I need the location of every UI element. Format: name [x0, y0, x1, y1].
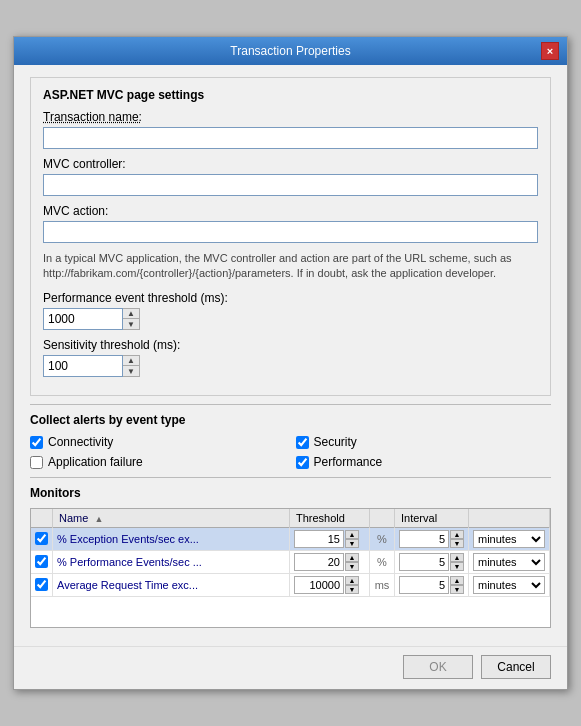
- row3-threshold-spinner: ▲ ▼: [345, 576, 359, 594]
- sensitivity-threshold-up[interactable]: ▲: [123, 356, 139, 366]
- row1-name: % Exception Events/sec ex...: [53, 528, 290, 551]
- row3-threshold-input[interactable]: [294, 576, 344, 594]
- row1-checkbox-cell: [31, 528, 53, 551]
- row3-threshold-up[interactable]: ▲: [345, 576, 359, 585]
- app-failure-checkbox[interactable]: [30, 456, 43, 469]
- row3-checkbox[interactable]: [35, 578, 48, 591]
- col-name[interactable]: Name ▲: [53, 509, 290, 528]
- row2-threshold-input[interactable]: [294, 553, 344, 571]
- row2-interval-cell: ▲ ▼: [395, 551, 469, 574]
- dialog-title: Transaction Properties: [40, 44, 541, 58]
- monitors-table-body: % Exception Events/sec ex... ▲ ▼: [31, 528, 550, 597]
- row2-checkbox[interactable]: [35, 555, 48, 568]
- alerts-section-header: Collect alerts by event type: [30, 413, 551, 427]
- sensitivity-threshold-input[interactable]: [43, 355, 123, 377]
- row2-threshold-down[interactable]: ▼: [345, 562, 359, 571]
- title-bar: Transaction Properties ×: [14, 37, 567, 65]
- perf-threshold-up[interactable]: ▲: [123, 309, 139, 319]
- col-interval-unit-header: [469, 509, 550, 528]
- mvc-controller-label: MVC controller:: [43, 157, 538, 171]
- row1-interval-cell: ▲ ▼: [395, 528, 469, 551]
- row2-threshold-spinner: ▲ ▼: [345, 553, 359, 571]
- col-threshold-label: Threshold: [296, 512, 345, 524]
- section-divider-1: [30, 404, 551, 405]
- monitors-section-header: Monitors: [30, 486, 551, 500]
- aspnet-section-header: ASP.NET MVC page settings: [43, 88, 538, 102]
- col-unit-header: [370, 509, 395, 528]
- row1-threshold-down[interactable]: ▼: [345, 539, 359, 548]
- performance-checkbox[interactable]: [296, 456, 309, 469]
- row2-unit: %: [370, 551, 395, 574]
- connectivity-row: Connectivity: [30, 435, 286, 449]
- row3-threshold-cell: ▲ ▼: [290, 574, 370, 597]
- connectivity-label: Connectivity: [48, 435, 113, 449]
- aspnet-section: ASP.NET MVC page settings Transaction na…: [30, 77, 551, 397]
- alerts-section: Collect alerts by event type Connectivit…: [30, 413, 551, 469]
- alerts-checkbox-grid: Connectivity Security Application failur…: [30, 435, 551, 469]
- security-row: Security: [296, 435, 552, 449]
- row1-threshold-input[interactable]: [294, 530, 344, 548]
- app-failure-label: Application failure: [48, 455, 143, 469]
- footer-buttons: OK Cancel: [14, 646, 567, 689]
- row3-threshold-down[interactable]: ▼: [345, 585, 359, 594]
- row2-threshold-up[interactable]: ▲: [345, 553, 359, 562]
- row3-checkbox-cell: [31, 574, 53, 597]
- performance-label: Performance: [314, 455, 383, 469]
- perf-threshold-down[interactable]: ▼: [123, 319, 139, 329]
- mvc-action-label: MVC action:: [43, 204, 538, 218]
- cancel-button[interactable]: Cancel: [481, 655, 551, 679]
- row1-interval-unit-cell: minutes hours days: [469, 528, 550, 551]
- row3-name: Average Request Time exc...: [53, 574, 290, 597]
- row2-interval-input[interactable]: [399, 553, 449, 571]
- ok-button[interactable]: OK: [403, 655, 473, 679]
- row1-unit: %: [370, 528, 395, 551]
- sensitivity-threshold-spinner: ▲ ▼: [123, 355, 140, 377]
- close-button[interactable]: ×: [541, 42, 559, 60]
- col-interval-label: Interval: [401, 512, 437, 524]
- row2-interval-unit-cell: minutes hours days: [469, 551, 550, 574]
- sensitivity-threshold-group: Sensitivity threshold (ms): ▲ ▼: [43, 338, 538, 377]
- row3-interval-down[interactable]: ▼: [450, 585, 464, 594]
- row1-interval-select[interactable]: minutes hours days: [473, 530, 545, 548]
- row2-interval-spinner: ▲ ▼: [450, 553, 464, 571]
- transaction-name-input[interactable]: [43, 127, 538, 149]
- perf-threshold-input[interactable]: [43, 308, 123, 330]
- row1-interval-down[interactable]: ▼: [450, 539, 464, 548]
- row2-interval-select[interactable]: minutes hours days: [473, 553, 545, 571]
- sensitivity-threshold-label: Sensitivity threshold (ms):: [43, 338, 538, 352]
- sort-arrow-icon: ▲: [94, 514, 103, 524]
- transaction-name-label: Transaction name:: [43, 110, 538, 124]
- table-row[interactable]: % Performance Events/sec ... ▲ ▼: [31, 551, 550, 574]
- col-interval: Interval: [395, 509, 469, 528]
- monitors-table-container: Name ▲ Threshold Interval: [30, 508, 551, 628]
- perf-threshold-spinner: ▲ ▼: [123, 308, 140, 330]
- row3-interval-input[interactable]: [399, 576, 449, 594]
- row3-interval-select[interactable]: minutes hours days: [473, 576, 545, 594]
- transaction-properties-dialog: Transaction Properties × ASP.NET MVC pag…: [13, 36, 568, 691]
- row3-unit: ms: [370, 574, 395, 597]
- mvc-action-input[interactable]: [43, 221, 538, 243]
- row2-interval-down[interactable]: ▼: [450, 562, 464, 571]
- col-name-label: Name: [59, 512, 88, 524]
- row3-interval-unit-cell: minutes hours days: [469, 574, 550, 597]
- mvc-controller-input[interactable]: [43, 174, 538, 196]
- col-checkbox: [31, 509, 53, 528]
- security-checkbox[interactable]: [296, 436, 309, 449]
- table-row[interactable]: Average Request Time exc... ▲ ▼: [31, 574, 550, 597]
- sensitivity-threshold-down[interactable]: ▼: [123, 366, 139, 376]
- row1-threshold-spinner: ▲ ▼: [345, 530, 359, 548]
- row2-interval-up[interactable]: ▲: [450, 553, 464, 562]
- table-header-row: Name ▲ Threshold Interval: [31, 509, 550, 528]
- monitors-table: Name ▲ Threshold Interval: [31, 509, 550, 597]
- row1-interval-input[interactable]: [399, 530, 449, 548]
- security-label: Security: [314, 435, 357, 449]
- row1-interval-up[interactable]: ▲: [450, 530, 464, 539]
- table-row[interactable]: % Exception Events/sec ex... ▲ ▼: [31, 528, 550, 551]
- row2-checkbox-cell: [31, 551, 53, 574]
- row1-threshold-up[interactable]: ▲: [345, 530, 359, 539]
- row2-threshold-cell: ▲ ▼: [290, 551, 370, 574]
- row3-interval-up[interactable]: ▲: [450, 576, 464, 585]
- row1-checkbox[interactable]: [35, 532, 48, 545]
- connectivity-checkbox[interactable]: [30, 436, 43, 449]
- dialog-content: ASP.NET MVC page settings Transaction na…: [14, 65, 567, 647]
